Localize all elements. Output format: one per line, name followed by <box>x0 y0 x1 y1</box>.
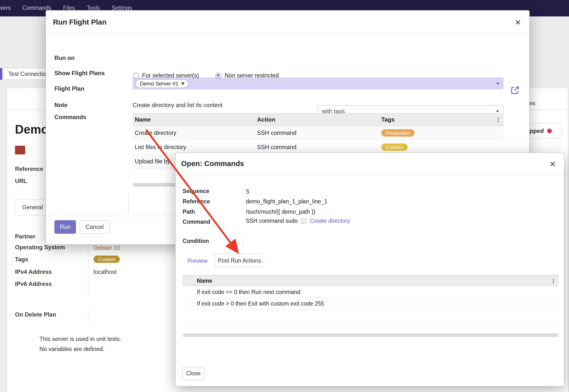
commands-table-header: Name Action Tags ⋮ <box>133 113 504 126</box>
operating-system-label: Operating System <box>15 244 65 251</box>
command-label: Command <box>183 219 210 225</box>
run-modal-title: Run Flight Plan <box>53 18 107 26</box>
path-label: Path <box>183 209 195 215</box>
operating-system-value[interactable]: Debian 10 <box>94 245 120 251</box>
column-header-name[interactable]: Name <box>183 277 548 284</box>
field-divider <box>88 310 88 323</box>
condition-label: Condition <box>183 238 209 244</box>
tag-badge-custom: Custom <box>94 256 120 263</box>
chevron-down-icon[interactable] <box>496 110 499 112</box>
cell-name: Create directory <box>133 130 257 136</box>
run-modal-header: Run Flight Plan ✕ <box>46 11 529 34</box>
nav-servers[interactable]: Servers <box>0 0 17 16</box>
table-options-icon[interactable]: ⋮ <box>548 277 559 284</box>
commands-modal-header: Open: Commands ✕ <box>176 153 564 175</box>
cell-tags: Custom <box>381 143 493 151</box>
radio-checked-icon <box>215 73 221 79</box>
table-options-icon[interactable]: ⋮ <box>493 116 504 123</box>
tag-badge-custom: Custom <box>381 143 408 151</box>
close-button[interactable]: Close <box>182 367 205 380</box>
sequence-value: 5 <box>242 187 249 196</box>
ipv4-value: localhost <box>94 269 117 275</box>
run-on-label: Run on <box>55 55 75 61</box>
run-button[interactable]: Run <box>55 220 76 234</box>
radio-non-server-restricted[interactable]: Non server restricted <box>215 72 279 79</box>
external-link-icon[interactable] <box>511 86 519 95</box>
command-value-row: SSH command sudo Create directory <box>246 218 350 224</box>
no-variables-note: No variables are defined. <box>40 346 104 352</box>
tab-general[interactable]: General <box>15 199 50 215</box>
sequence-label: Sequence <box>183 188 209 195</box>
commands-modal-title: Open: Commands <box>181 160 244 168</box>
command-value: SSH command sudo <box>246 218 298 224</box>
table-row[interactable]: Create directory SSH command Production <box>133 126 504 140</box>
screen: Servers Commands Files Tools Settings Te… <box>0 0 569 392</box>
server-color-swatch[interactable] <box>15 146 25 154</box>
chip-remove-icon[interactable]: ✕ <box>181 81 185 86</box>
server-chip: Demo Server #1 ✕ <box>136 79 188 88</box>
table-row[interactable]: If exit code > 0 then Exit with custom e… <box>183 298 559 310</box>
create-directory-link[interactable]: Create directory <box>310 218 350 224</box>
table-row[interactable]: If exit code == 0 then Run next command <box>183 286 559 298</box>
post-run-actions-table: Name ⋮ If exit code == 0 then Run next c… <box>183 275 559 321</box>
tab-preview[interactable]: Preview <box>187 258 208 265</box>
note-value: Create directory and list its content <box>133 102 223 109</box>
horizontal-scrollbar[interactable] <box>183 333 559 337</box>
url-label: URL <box>15 178 27 184</box>
ipv6-label: IPv6 Address <box>15 281 52 287</box>
reference-label: Reference <box>183 198 210 205</box>
command-checkbox[interactable] <box>301 218 306 224</box>
clipped-button-fragment[interactable] <box>0 68 2 80</box>
close-icon[interactable]: ✕ <box>549 160 556 168</box>
reference-value: demo_flight_plan_1_plan_line_1 <box>246 198 327 205</box>
on-delete-plan-label: On Delete Plan <box>15 311 56 318</box>
column-header-tags[interactable]: Tags <box>381 116 493 123</box>
cell-name: List files in directory <box>133 144 257 151</box>
clipped-header-text: es <box>529 100 535 107</box>
radio-unchecked-icon <box>133 73 139 79</box>
reference-label: Reference <box>15 166 43 172</box>
chevron-down-icon[interactable] <box>496 83 499 84</box>
column-header-action[interactable]: Action <box>257 116 381 123</box>
cell-action: SSH command <box>257 144 381 151</box>
server-chip-label: Demo Server #1 <box>140 81 178 86</box>
unit-test-note: This server is used in unit tests. <box>40 336 121 343</box>
cancel-button[interactable]: Cancel <box>80 220 110 234</box>
flight-plan-label: Flight Plan <box>55 85 85 92</box>
partner-label: Partner <box>15 233 35 240</box>
table-row[interactable]: List files in directory SSH command Cust… <box>133 140 504 154</box>
radio-for-selected-servers[interactable]: For selected server(s) <box>133 72 199 79</box>
path-value: /such/much/{{ demo_path }} <box>246 209 315 215</box>
tag-badge-production: Production <box>381 129 414 137</box>
ipv4-label: IPv4 Address <box>15 269 52 275</box>
empty-row <box>183 310 559 322</box>
column-header-name[interactable]: Name <box>133 116 257 123</box>
radio-label: For selected server(s) <box>142 72 199 79</box>
cell-tags: Production <box>381 129 493 137</box>
tab-post-run-actions[interactable]: Post Run Actions <box>215 254 264 267</box>
close-icon[interactable]: ✕ <box>515 18 521 26</box>
note-label: Note <box>55 102 68 109</box>
actions-table-header: Name ⋮ <box>183 275 559 286</box>
list-edge-divider <box>128 193 128 214</box>
show-flight-plans-label: Show Flight Plans <box>55 70 105 77</box>
radio-label: Non server restricted <box>225 72 279 79</box>
status-stopped-dot <box>547 128 552 133</box>
run-on-select[interactable]: Demo Server #1 ✕ <box>133 77 504 89</box>
open-commands-modal: Open: Commands ✕ Sequence 5 Reference de… <box>175 153 564 386</box>
condition-value-empty <box>242 236 243 247</box>
cell-action: SSH command <box>257 130 381 136</box>
tags-label: Tags <box>15 256 28 263</box>
commands-label: Commands <box>55 114 86 121</box>
